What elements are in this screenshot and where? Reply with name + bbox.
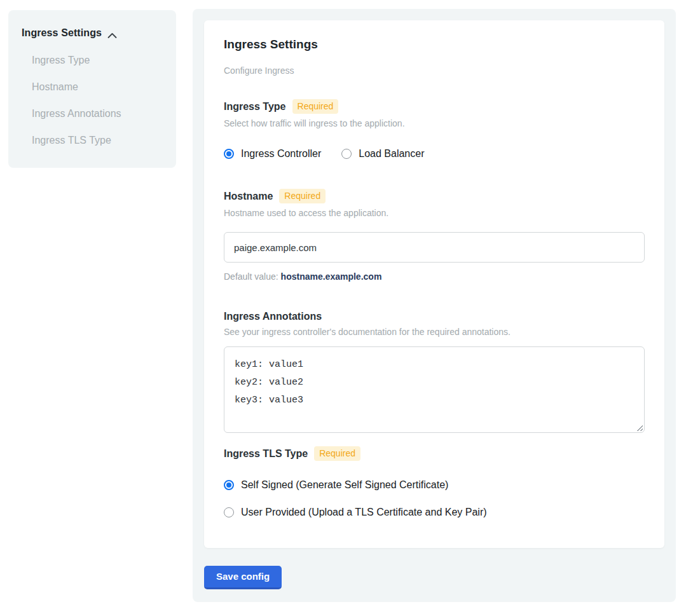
sidebar-item-ingress-annotations[interactable]: Ingress Annotations xyxy=(32,109,165,119)
required-badge: Required xyxy=(314,446,360,461)
sidebar-item-hostname[interactable]: Hostname xyxy=(32,82,165,92)
radio-option-self-signed[interactable]: Self Signed (Generate Self Signed Certif… xyxy=(224,479,645,491)
section-ingress-annotations: Ingress Annotations See your ingress con… xyxy=(224,311,645,433)
ingress-annotations-textarea[interactable]: key1: value1 key2: value2 key3: value3 xyxy=(224,346,645,433)
ingress-settings-card: Ingress Settings Configure Ingress Ingre… xyxy=(204,20,664,548)
radio-unselected-icon[interactable] xyxy=(224,507,234,517)
page-title: Ingress Settings xyxy=(224,38,645,51)
radio-option-load-balancer[interactable]: Load Balancer xyxy=(341,148,424,160)
ingress-tls-radio-group: Self Signed (Generate Self Signed Certif… xyxy=(224,479,645,518)
sidebar-group-title: Ingress Settings xyxy=(22,27,102,39)
sidebar-nav: Ingress Type Hostname Ingress Annotation… xyxy=(22,55,165,146)
default-value-text: hostname.example.com xyxy=(281,271,382,282)
ingress-annotations-help: See your ingress controller's documentat… xyxy=(224,327,645,337)
section-hostname: Hostname Required Hostname used to acces… xyxy=(224,189,645,282)
radio-selected-icon[interactable] xyxy=(224,480,234,490)
ingress-tls-type-label: Ingress TLS Type xyxy=(224,448,308,460)
radio-option-user-provided[interactable]: User Provided (Upload a TLS Certificate … xyxy=(224,507,645,518)
ingress-type-radio-group: Ingress Controller Load Balancer xyxy=(224,148,645,160)
required-badge: Required xyxy=(279,189,326,203)
settings-sidebar: Ingress Settings Ingress Type Hostname I… xyxy=(8,10,176,168)
required-badge: Required xyxy=(292,99,339,114)
hostname-input[interactable] xyxy=(224,232,645,263)
radio-unselected-icon[interactable] xyxy=(341,149,352,159)
config-panel: Ingress Settings Configure Ingress Ingre… xyxy=(193,9,676,602)
sidebar-item-ingress-type[interactable]: Ingress Type xyxy=(32,55,165,65)
page-subtitle: Configure Ingress xyxy=(224,65,645,76)
radio-label: Self Signed (Generate Self Signed Certif… xyxy=(241,479,448,491)
ingress-type-help: Select how traffic will ingress to the a… xyxy=(224,118,645,128)
section-ingress-tls-type: Ingress TLS Type Required Self Signed (G… xyxy=(224,446,645,518)
sidebar-group-ingress-settings[interactable]: Ingress Settings xyxy=(22,27,165,39)
ingress-type-label: Ingress Type xyxy=(224,101,286,113)
ingress-annotations-label: Ingress Annotations xyxy=(224,311,322,322)
section-ingress-type: Ingress Type Required Select how traffic… xyxy=(224,99,645,160)
radio-label: Ingress Controller xyxy=(241,148,321,160)
radio-label: User Provided (Upload a TLS Certificate … xyxy=(241,507,487,518)
chevron-up-icon[interactable] xyxy=(107,30,117,36)
hostname-label: Hostname xyxy=(224,191,273,202)
hostname-help: Hostname used to access the application. xyxy=(224,208,645,218)
default-value-prefix: Default value: xyxy=(224,271,278,282)
save-config-button[interactable]: Save config xyxy=(204,566,282,589)
radio-label: Load Balancer xyxy=(359,148,424,160)
sidebar-item-ingress-tls-type[interactable]: Ingress TLS Type xyxy=(32,135,165,146)
radio-option-ingress-controller[interactable]: Ingress Controller xyxy=(224,148,321,160)
radio-selected-icon[interactable] xyxy=(224,149,234,159)
hostname-default-row: Default value:hostname.example.com xyxy=(224,271,645,282)
